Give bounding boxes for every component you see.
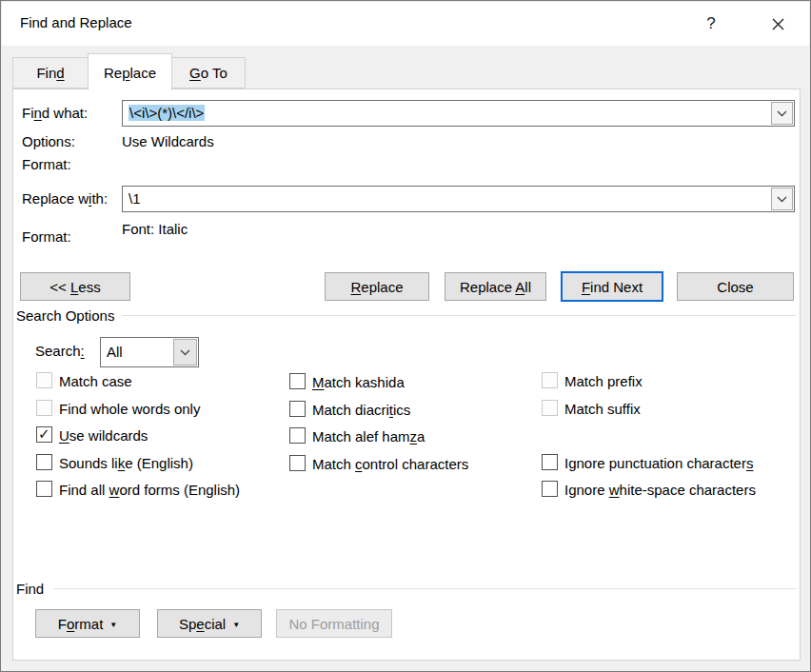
chevron-down-icon bbox=[777, 196, 787, 203]
replace-with-dropdown-button[interactable] bbox=[771, 188, 793, 210]
dropdown-arrow-icon: ▼ bbox=[109, 621, 117, 629]
search-direction-dropdown-button[interactable] bbox=[173, 339, 197, 366]
find-section-label: Find bbox=[16, 581, 44, 597]
checkbox-match-alef-hamza[interactable] bbox=[289, 427, 306, 444]
search-direction-select[interactable]: All bbox=[100, 337, 199, 367]
close-icon bbox=[772, 18, 784, 30]
window-title: Find and Replace bbox=[20, 14, 132, 30]
checkbox-find-whole-words-only bbox=[36, 400, 52, 416]
checkbox-match-control-characters[interactable] bbox=[289, 455, 306, 471]
find-what-value: \<i\>(*)\</i\> bbox=[129, 105, 205, 121]
label-match-kashida[interactable]: Match kashida bbox=[312, 374, 405, 390]
replace-format-label: Format: bbox=[22, 228, 71, 245]
title-bar: Find and Replace ? bbox=[2, 2, 809, 46]
label-match-diacritics[interactable]: Match diacritics bbox=[312, 402, 410, 418]
tab-find[interactable]: Find bbox=[12, 57, 89, 89]
find-section-separator bbox=[53, 588, 797, 589]
find-what-input[interactable]: \<i\>(*)\</i\> bbox=[122, 100, 795, 127]
options-value: Use Wildcards bbox=[122, 133, 214, 149]
search-direction-value: All bbox=[107, 344, 123, 360]
replace-with-input[interactable]: \1 bbox=[122, 186, 795, 212]
find-what-dropdown-button[interactable] bbox=[771, 102, 793, 125]
label-match-suffix: Match suffix bbox=[564, 401, 641, 417]
format-menu-button[interactable]: Format ▼ bbox=[35, 609, 140, 638]
label-sounds-like[interactable]: Sounds like (English) bbox=[59, 455, 193, 471]
find-next-button[interactable]: Find Next bbox=[561, 271, 663, 302]
replace-button[interactable]: Replace bbox=[325, 272, 429, 301]
checkbox-match-kashida[interactable] bbox=[289, 373, 306, 389]
replace-with-value: \1 bbox=[129, 190, 141, 207]
checkbox-ignore-white-space-characters[interactable] bbox=[542, 481, 558, 497]
search-direction-label: Search: bbox=[35, 343, 85, 359]
checkmark-icon: ✓ bbox=[38, 425, 50, 443]
checkbox-sounds-like[interactable] bbox=[36, 454, 52, 470]
label-match-control-characters[interactable]: Match control characters bbox=[312, 456, 468, 472]
label-match-case: Match case bbox=[59, 373, 132, 389]
chevron-down-icon bbox=[180, 349, 190, 356]
search-options-separator bbox=[122, 315, 797, 316]
label-find-all-word-forms[interactable]: Find all word forms (English) bbox=[59, 482, 240, 498]
checkbox-match-suffix bbox=[542, 400, 558, 416]
label-use-wildcards[interactable]: Use wildcards bbox=[59, 427, 148, 444]
checkbox-match-case bbox=[36, 372, 52, 388]
replace-format-value: Font: Italic bbox=[122, 221, 188, 237]
find-format-label: Format: bbox=[22, 156, 71, 172]
dropdown-arrow-icon: ▼ bbox=[232, 621, 240, 629]
special-menu-button[interactable]: Special ▼ bbox=[157, 609, 262, 638]
checkbox-find-all-word-forms[interactable] bbox=[36, 481, 52, 497]
search-options-section-label: Search Options bbox=[16, 307, 114, 324]
close-button[interactable]: Close bbox=[677, 272, 794, 301]
label-find-whole-words-only: Find whole words only bbox=[59, 401, 200, 417]
label-ignore-white-space-characters[interactable]: Ignore white-space characters bbox=[564, 482, 756, 498]
replace-all-button[interactable]: Replace All bbox=[445, 272, 546, 301]
label-match-prefix: Match prefix bbox=[564, 373, 643, 389]
checkbox-use-wildcards[interactable]: ✓ bbox=[36, 426, 52, 443]
options-label: Options: bbox=[22, 133, 75, 149]
chevron-down-icon bbox=[777, 110, 787, 117]
checkbox-ignore-punctuation-characters[interactable] bbox=[542, 454, 558, 470]
label-match-alef-hamza[interactable]: Match alef hamza bbox=[312, 428, 425, 445]
tab-replace[interactable]: Replace bbox=[88, 53, 172, 90]
checkbox-match-diacritics[interactable] bbox=[289, 401, 306, 417]
find-what-label: Find what: bbox=[22, 105, 88, 121]
no-formatting-button: No Formatting bbox=[276, 609, 392, 638]
help-icon: ? bbox=[706, 14, 715, 33]
window-close-button[interactable] bbox=[762, 10, 794, 38]
replace-with-label: Replace with: bbox=[22, 190, 108, 207]
checkbox-match-prefix bbox=[542, 372, 558, 388]
find-and-replace-dialog: Find and Replace ? Find Replace Go To Fi… bbox=[0, 0, 811, 672]
less-button[interactable]: << Less bbox=[20, 272, 130, 301]
help-button[interactable]: ? bbox=[695, 10, 727, 38]
label-ignore-punctuation-characters[interactable]: Ignore punctuation characters bbox=[564, 455, 753, 471]
tab-goto[interactable]: Go To bbox=[171, 57, 246, 89]
